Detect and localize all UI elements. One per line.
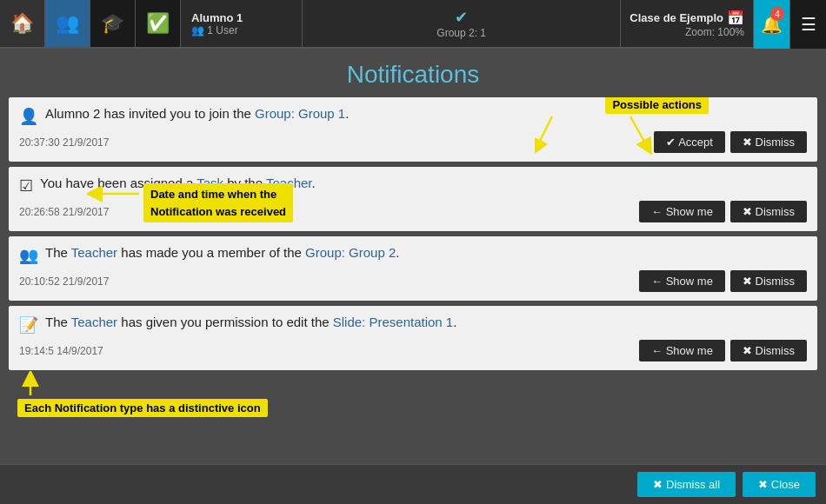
notif-2-link-teacher: Teacher bbox=[266, 176, 312, 190]
notif-1-timestamp: 20:37:30 21/9/2017 bbox=[19, 136, 109, 149]
topbar: 🏠 👥 🎓 ✅ Alumno 1 👥 1 User ✔ Group 2: 1 C… bbox=[0, 0, 826, 49]
notif-4-link-slide: Slide: Presentation 1 bbox=[333, 315, 453, 329]
showme-button-2[interactable]: ← Show me bbox=[639, 201, 725, 222]
notif-4-message: 📝 The Teacher has given you permission t… bbox=[19, 315, 807, 335]
main-content: Notifications Possible actions 👤 bbox=[0, 49, 826, 504]
class-name-label: Clase de Ejemplo bbox=[629, 11, 723, 24]
notifications-list: Possible actions 👤 Alumno 2 has invited … bbox=[0, 97, 826, 464]
notif-4-timestamp: 19:14:5 14/9/2017 bbox=[19, 345, 103, 357]
notif-wrapper-2: Date and time when the Notification was … bbox=[9, 167, 817, 231]
topbar-right: Clase de Ejemplo 📅 Zoom: 100% bbox=[620, 0, 753, 47]
topbar-user-info: Alumno 1 👥 1 User bbox=[181, 0, 303, 47]
notif-3-actions: ← Show me ✖ Dismiss bbox=[639, 270, 807, 292]
menu-button[interactable]: ☰ bbox=[789, 0, 826, 49]
close-button[interactable]: ✖ Close bbox=[743, 472, 816, 497]
bell-badge: 4 bbox=[770, 7, 784, 21]
notif-wrapper-3: 👥 The Teacher has made you a member of t… bbox=[9, 236, 817, 301]
notif-4-link-teacher: Teacher bbox=[71, 315, 117, 329]
dismiss-button-2[interactable]: ✖ Dismiss bbox=[730, 201, 807, 222]
dismiss-all-button[interactable]: ✖ Dismiss all bbox=[637, 472, 736, 497]
notif-4-actions: ← Show me ✖ Dismiss bbox=[639, 340, 807, 361]
username-label: Alumno 1 bbox=[191, 11, 291, 24]
topbar-icon-graduate[interactable]: 🎓 bbox=[90, 0, 136, 47]
notif-3-icon: 👥 bbox=[19, 246, 38, 265]
showme-button-4[interactable]: ← Show me bbox=[639, 340, 725, 361]
notif-4-icon: 📝 bbox=[19, 315, 38, 335]
notif-2-text: You have been assigned a Task by the Tea… bbox=[40, 176, 316, 190]
notification-1: 👤 Alumno 2 has invited you to join the G… bbox=[9, 97, 817, 162]
topbar-icon-home[interactable]: 🏠 bbox=[0, 0, 45, 47]
notif-2-timestamp: 20:26:58 21/9/2017 bbox=[19, 206, 109, 218]
notification-2: ☑ You have been assigned a Task by the T… bbox=[9, 167, 817, 231]
usercount-label: 👥 1 User bbox=[191, 24, 291, 36]
notif-1-footer: 20:37:30 21/9/2017 ✔ Accept ✖ Dismiss bbox=[19, 131, 807, 153]
notif-1-text: Alumno 2 has invited you to join the Gro… bbox=[45, 106, 349, 121]
notif-wrapper-1: Possible actions 👤 Alumno 2 has invited … bbox=[9, 97, 817, 162]
topbar-icon-tasks[interactable]: ✅ bbox=[136, 0, 181, 47]
notif-wrapper-4: 📝 The Teacher has given you permission t… bbox=[9, 306, 817, 419]
showme-button-3[interactable]: ← Show me bbox=[639, 270, 725, 292]
bottom-bar: ✖ Dismiss all ✖ Close bbox=[0, 464, 826, 504]
calendar-icon[interactable]: 📅 bbox=[727, 10, 744, 26]
page-title: Notifications bbox=[0, 49, 826, 97]
notif-1-link: Group: Group 1 bbox=[255, 106, 345, 121]
notif-4-text: The Teacher has given you permission to … bbox=[45, 315, 456, 329]
notif-3-timestamp: 20:10:52 21/9/2017 bbox=[19, 275, 109, 288]
notif-2-footer: 20:26:58 21/9/2017 ← Show me ✖ Dismiss bbox=[19, 201, 807, 222]
notif-3-footer: 20:10:52 21/9/2017 ← Show me ✖ Dismiss bbox=[19, 270, 807, 292]
bell-button[interactable]: 🔔 4 bbox=[753, 0, 789, 49]
menu-icon: ☰ bbox=[801, 14, 816, 35]
topbar-center: ✔ Group 2: 1 bbox=[303, 0, 620, 47]
notif-3-text: The Teacher has made you a member of the… bbox=[45, 245, 399, 260]
notif-3-message: 👥 The Teacher has made you a member of t… bbox=[19, 245, 807, 265]
notif-4-footer: 19:14:5 14/9/2017 ← Show me ✖ Dismiss bbox=[19, 340, 807, 361]
notif-2-message: ☑ You have been assigned a Task by the T… bbox=[19, 176, 807, 196]
accept-button-1[interactable]: ✔ Accept bbox=[654, 131, 725, 153]
notif-1-message: 👤 Alumno 2 has invited you to join the G… bbox=[19, 106, 807, 126]
topbar-icon-users[interactable]: 👥 bbox=[45, 0, 90, 47]
notification-3: 👥 The Teacher has made you a member of t… bbox=[9, 236, 817, 301]
dismiss-button-1[interactable]: ✖ Dismiss bbox=[730, 131, 807, 153]
annotation-icon-label: Each Notification type has a distinctive… bbox=[17, 399, 268, 417]
notif-1-icon: 👤 bbox=[19, 107, 38, 126]
status-check-icon: ✔ bbox=[455, 8, 468, 27]
notif-2-actions: ← Show me ✖ Dismiss bbox=[639, 201, 807, 222]
notif-2-link-task: Task bbox=[197, 176, 223, 190]
dismiss-button-4[interactable]: ✖ Dismiss bbox=[730, 340, 807, 361]
group-label: Group 2: 1 bbox=[436, 27, 486, 39]
notif-3-link-teacher: Teacher bbox=[71, 245, 117, 260]
dismiss-button-3[interactable]: ✖ Dismiss bbox=[730, 270, 807, 292]
notification-4: 📝 The Teacher has given you permission t… bbox=[9, 306, 817, 370]
notif-1-actions: ✔ Accept ✖ Dismiss bbox=[654, 131, 807, 153]
notif-2-icon: ☑ bbox=[19, 176, 33, 196]
arrow-icon-annotation bbox=[22, 371, 57, 397]
zoom-label: Zoom: 100% bbox=[685, 26, 744, 38]
notif-3-link-group: Group: Group 2 bbox=[305, 245, 396, 260]
